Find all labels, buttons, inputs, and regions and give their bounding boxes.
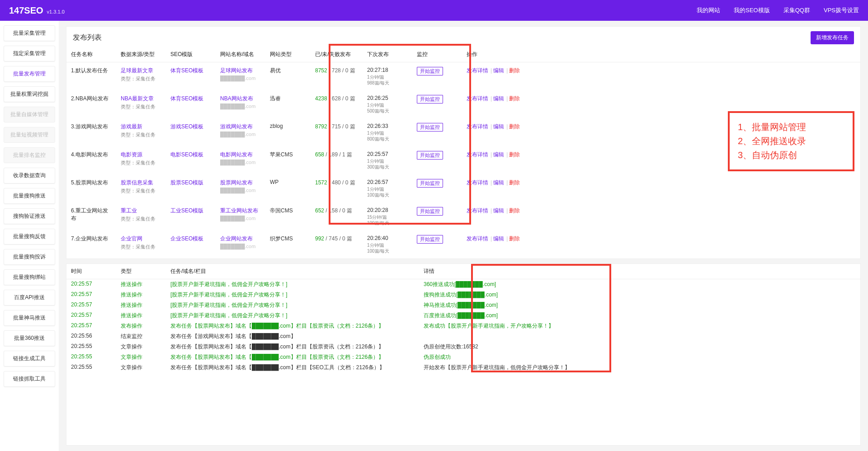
add-publish-task-button[interactable]: 新增发布任务 [811,31,854,44]
task-template: 股票SEO模版 [166,174,216,202]
nav-item[interactable]: 我的网站 [697,6,720,14]
start-monitor-button[interactable]: 开始监控 [417,207,443,216]
edit-link[interactable]: 编辑 [493,95,504,102]
log-detail: 360推送成功[███████.com] [419,279,860,290]
actions-cell: 发布详情|编辑|删除 [462,62,860,91]
start-monitor-button[interactable]: 开始监控 [417,179,443,188]
log-column-header: 详情 [419,264,860,279]
delete-link[interactable]: 删除 [509,179,520,186]
next-publish: 20:25:571分钟/篇300篇/每天 [363,146,412,174]
sidebar-item[interactable]: 链接生成工具 [4,351,55,366]
start-monitor-button[interactable]: 开始监控 [417,151,443,160]
task-name: 5.股票网站发布 [66,174,116,202]
sidebar-item[interactable]: 百度API推送 [4,290,55,305]
log-type: 结束监控 [116,331,166,342]
monitor-cell: 开始监控 [412,90,462,118]
column-header: 网站名称/域名 [216,47,265,62]
log-detail: 伪原创成功 [419,352,860,362]
log-task: [股票开户新手避坑指南，低佣金开户攻略分享！] [166,300,419,310]
log-type: 文章操作 [116,362,166,373]
nav-item[interactable]: 采集QQ群 [783,6,810,14]
sidebar-item[interactable]: 链接抓取工具 [4,371,55,387]
log-detail: 神马推送成功[███████.com] [419,300,860,310]
log-detail: 搜狗推送成功[███████.com] [419,290,860,300]
main-content: 发布列表 新增发布任务 任务名称数据来源/类型SEO模版网站名称/域名网站类型已… [59,21,868,451]
task-template: 工业SEO模版 [166,202,216,230]
site-type: WP [265,174,311,202]
detail-link[interactable]: 发布详情 [467,179,488,186]
detail-link[interactable]: 发布详情 [467,235,488,242]
sidebar-item[interactable]: 批量搜狗推送 [4,188,55,204]
log-time: 20:25:57 [66,290,116,300]
task-template: 游戏SEO模板 [166,118,216,146]
log-row: 20:25:57发布操作发布任务【股票网站发布】域名【███████.com】栏… [66,321,860,331]
sidebar-item[interactable]: 批量搜狗绑站 [4,269,55,285]
next-publish: 20:26:251分钟/篇500篇/每天 [363,90,412,118]
edit-link[interactable]: 编辑 [493,123,504,130]
log-task: [股票开户新手避坑指南，低佣金开户攻略分享！] [166,310,419,321]
start-monitor-button[interactable]: 开始监控 [417,235,443,244]
log-panel: 时间类型任务/域名/栏目详情 20:25:57推送操作[股票开户新手避坑指南，低… [66,263,861,446]
task-source: 足球最新文章类型：采集任务 [116,62,166,91]
sidebar-item[interactable]: 指定采集管理 [4,46,55,61]
nav-item[interactable]: 我的SEO模版 [734,6,769,14]
log-row: 20:25:57推送操作[股票开户新手避坑指南，低佣金开户攻略分享！]搜狗推送成… [66,290,860,300]
feature-line: 1、批量网站管理 [738,121,844,133]
detail-link[interactable]: 发布详情 [467,123,488,130]
task-template: 体育SEO模板 [166,90,216,118]
detail-link[interactable]: 发布详情 [467,67,488,74]
log-task: [股票开户新手避坑指南，低佣金开户攻略分享！] [166,279,419,290]
start-monitor-button[interactable]: 开始监控 [417,95,443,103]
task-name: 1.默认发布任务 [66,62,116,91]
task-site: 电影网站发布███████.com [216,146,265,174]
edit-link[interactable]: 编辑 [493,151,504,158]
sidebar-item[interactable]: 批量采集管理 [4,25,55,41]
log-task: 发布任务【股票网站发布】域名【███████.com】栏目【SEO工具（文档：2… [166,362,419,373]
sidebar-item[interactable]: 收录数据查询 [4,168,55,183]
log-scroll-area[interactable]: 20:25:57推送操作[股票开户新手避坑指南，低佣金开户攻略分享！]360推送… [66,279,860,445]
nav-item[interactable]: VPS拨号设置 [824,6,859,14]
log-time: 20:25:55 [66,362,116,373]
log-detail: 发布成功【股票开户新手避坑指南，开户攻略分享！】 [419,321,860,331]
edit-link[interactable]: 编辑 [493,235,504,242]
table-row: 7.企业网站发布企业官网类型：采集任务企业SEO模板企业网站发布███████.… [66,230,860,258]
column-header: 操作 [462,47,860,62]
start-monitor-button[interactable]: 开始监控 [417,67,443,75]
delete-link[interactable]: 删除 [509,235,520,242]
next-publish: 20:26:571分钟/篇100篇/每天 [363,174,412,202]
sidebar-item[interactable]: 搜狗验证推送 [4,208,55,224]
delete-link[interactable]: 删除 [509,151,520,158]
delete-link[interactable]: 删除 [509,67,520,74]
log-type: 发布操作 [116,321,166,331]
delete-link[interactable]: 删除 [509,95,520,102]
log-row: 20:25:55文章操作发布任务【股票网站发布】域名【███████.com】栏… [66,352,860,362]
edit-link[interactable]: 编辑 [493,67,504,74]
sidebar-item[interactable]: 批量搜狗投诉 [4,249,55,265]
sidebar-item[interactable]: 批量神马推送 [4,310,55,326]
task-site: 企业网站发布███████.com [216,230,265,258]
delete-link[interactable]: 删除 [509,123,520,130]
table-row: 6.重工业网站发布重工业类型：采集任务工业SEO模版重工业网站发布███████… [66,202,860,230]
log-type: 文章操作 [116,342,166,352]
log-time: 20:25:57 [66,300,116,310]
edit-link[interactable]: 编辑 [493,179,504,186]
sidebar-item[interactable]: 批量发布管理 [4,66,55,82]
column-header: SEO模版 [166,47,216,62]
log-time: 20:25:57 [66,310,116,321]
log-column-header: 类型 [116,264,166,279]
delete-link[interactable]: 删除 [509,207,520,214]
detail-link[interactable]: 发布详情 [467,95,488,102]
detail-link[interactable]: 发布详情 [467,207,488,214]
publish-count: 1572 / 480 / 0 篇 [311,174,363,202]
sidebar-item[interactable]: 批量权重词挖掘 [4,86,55,102]
sidebar-item[interactable]: 批量搜狗反馈 [4,229,55,244]
task-site: 股票网站发布███████.com [216,174,265,202]
start-monitor-button[interactable]: 开始监控 [417,123,443,132]
log-task: 发布任务【股票网站发布】域名【███████.com】栏目【股票资讯（文档：21… [166,321,419,331]
sidebar-item[interactable]: 批量360推送 [4,330,55,346]
detail-link[interactable]: 发布详情 [467,151,488,158]
edit-link[interactable]: 编辑 [493,207,504,214]
task-source: 电影资源类型：采集任务 [116,146,166,174]
site-type: 织梦CMS [265,230,311,258]
log-column-header: 任务/域名/栏目 [166,264,419,279]
